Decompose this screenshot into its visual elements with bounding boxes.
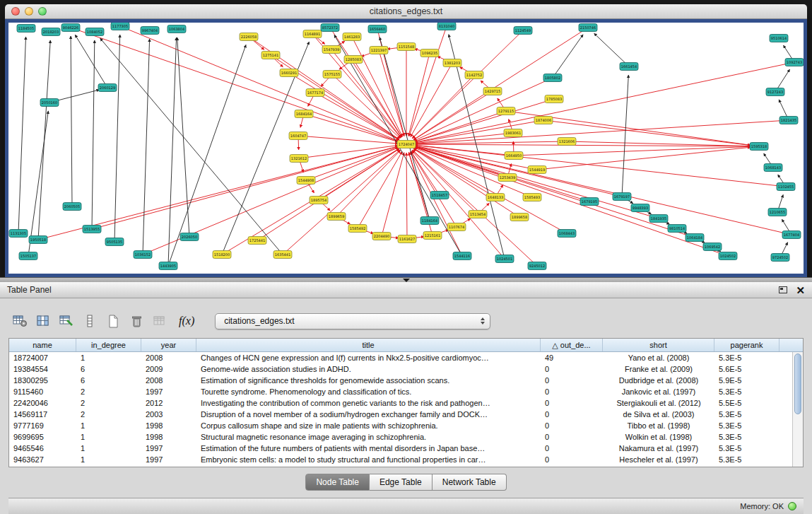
network-node[interactable]: 1595318 bbox=[750, 143, 768, 151]
network-node[interactable]: 1063804 bbox=[167, 25, 186, 33]
network-node[interactable]: 1107674 bbox=[447, 223, 466, 231]
network-node[interactable]: 1092743 bbox=[785, 59, 804, 66]
network-node[interactable]: 1124549 bbox=[514, 27, 532, 35]
network-edge[interactable] bbox=[415, 145, 786, 187]
network-node[interactable]: 1513955 bbox=[83, 226, 101, 233]
network-node[interactable]: 2026050 bbox=[180, 233, 199, 241]
select-columns-icon[interactable] bbox=[33, 312, 53, 330]
network-node[interactable]: 2204490 bbox=[372, 233, 391, 240]
network-node[interactable]: 1164891 bbox=[303, 30, 322, 38]
network-node[interactable]: 1184505 bbox=[17, 25, 35, 33]
network-node[interactable]: 1895754 bbox=[310, 197, 328, 204]
network-node[interactable]: 1679197 bbox=[613, 193, 631, 201]
network-node[interactable]: 1068443 bbox=[558, 230, 576, 238]
column-icon[interactable] bbox=[80, 312, 100, 330]
function-builder-button[interactable]: f(x) bbox=[173, 315, 200, 327]
network-edge[interactable] bbox=[411, 63, 452, 137]
network-node[interactable]: 9046226 bbox=[61, 24, 80, 32]
network-edge[interactable] bbox=[414, 99, 554, 141]
network-node[interactable]: 1585492 bbox=[348, 225, 367, 233]
network-node[interactable]: 9967404 bbox=[141, 27, 159, 35]
table-row[interactable]: 1456911722003Disruption of a novel membe… bbox=[9, 409, 792, 420]
network-node[interactable]: 2018203 bbox=[42, 28, 60, 36]
network-edge[interactable] bbox=[75, 35, 107, 88]
table-row[interactable]: 1872400712008Changes of HCN gene express… bbox=[9, 352, 792, 363]
network-node[interactable]: 1381203 bbox=[443, 59, 461, 67]
network-edge[interactable] bbox=[71, 36, 72, 206]
panel-splitter[interactable] bbox=[0, 277, 812, 282]
network-node[interactable]: 1069542 bbox=[703, 243, 722, 251]
network-edge[interactable] bbox=[143, 39, 150, 255]
table-row[interactable]: 946554611997Estimation of the future num… bbox=[9, 443, 792, 454]
network-node[interactable]: 1429715 bbox=[483, 88, 502, 95]
network-node[interactable]: 1660291 bbox=[280, 69, 298, 77]
column-header-pagerank[interactable]: pagerank bbox=[714, 339, 779, 351]
network-edge[interactable] bbox=[114, 35, 120, 242]
network-edge[interactable] bbox=[257, 149, 399, 240]
network-node[interactable]: 8131040 bbox=[437, 23, 456, 30]
network-node[interactable]: 1131305 bbox=[9, 230, 28, 238]
table-row[interactable]: 1830029562008Estimation of significance … bbox=[9, 375, 792, 386]
network-node[interactable]: 1518457 bbox=[430, 192, 449, 199]
network-edge[interactable] bbox=[379, 50, 404, 136]
network-edge[interactable] bbox=[331, 49, 401, 138]
network-edge[interactable] bbox=[168, 37, 177, 266]
network-node[interactable]: 1184164 bbox=[420, 217, 439, 225]
network-edge[interactable] bbox=[299, 146, 398, 158]
network-node[interactable]: 2060505 bbox=[63, 203, 81, 211]
table-settings-icon[interactable] bbox=[10, 312, 30, 330]
network-node[interactable]: 1841935 bbox=[649, 215, 668, 223]
column-header-year[interactable]: year bbox=[141, 339, 196, 351]
network-node[interactable]: 1102455 bbox=[777, 183, 795, 191]
network-node[interactable]: 9505135 bbox=[105, 238, 124, 246]
network-node[interactable]: 1899658 bbox=[510, 214, 529, 221]
network-edge[interactable] bbox=[410, 152, 462, 256]
network-edge[interactable] bbox=[271, 55, 399, 139]
network-node[interactable]: 1084052 bbox=[86, 28, 104, 36]
network-node[interactable]: 9948393 bbox=[631, 204, 649, 212]
network-node[interactable]: 8572372 bbox=[321, 24, 339, 32]
close-window-button[interactable] bbox=[11, 7, 20, 16]
network-node[interactable]: 1677174 bbox=[306, 89, 324, 97]
network-node[interactable]: 1210655 bbox=[768, 209, 787, 216]
network-node[interactable]: 1215161 bbox=[423, 232, 442, 240]
network-node[interactable]: 1899659 bbox=[327, 213, 346, 221]
network-edge[interactable] bbox=[358, 151, 402, 228]
table-selector-dropdown[interactable]: citations_edges.txt bbox=[215, 313, 490, 329]
network-node[interactable]: 1221397 bbox=[370, 47, 388, 54]
column-header-in_degree[interactable]: in_degree bbox=[76, 339, 141, 351]
minimize-window-button[interactable] bbox=[25, 7, 33, 16]
network-node[interactable]: 1275141 bbox=[261, 52, 280, 59]
network-node[interactable]: 2150746 bbox=[579, 24, 597, 32]
network-node[interactable]: 1635441 bbox=[273, 251, 292, 259]
network-node[interactable]: 1321612 bbox=[290, 155, 308, 163]
network-edge[interactable] bbox=[415, 141, 567, 144]
network-node[interactable]: 1279115 bbox=[497, 107, 515, 115]
tab-network-table[interactable]: Network Table bbox=[433, 474, 507, 491]
table-row[interactable]: 911546021997Tourette syndrome. Phenomeno… bbox=[9, 386, 792, 397]
network-edge[interactable] bbox=[100, 38, 283, 255]
network-edge[interactable] bbox=[413, 28, 588, 140]
network-node[interactable]: 1177305 bbox=[111, 23, 129, 30]
network-node[interactable]: 1724047 bbox=[397, 141, 416, 148]
network-edge[interactable] bbox=[415, 146, 792, 235]
network-edge[interactable] bbox=[92, 146, 398, 229]
table-row[interactable]: 977716911998Corpus callosum shape and si… bbox=[9, 420, 792, 431]
column-header-out_de[interactable]: △ out_de... bbox=[541, 339, 603, 351]
tab-edge-table[interactable]: Edge Table bbox=[370, 474, 433, 491]
network-node[interactable]: 1142752 bbox=[465, 71, 483, 79]
network-edge[interactable] bbox=[622, 75, 628, 197]
network-node[interactable]: 1684164 bbox=[295, 110, 313, 118]
zoom-window-button[interactable] bbox=[38, 7, 47, 16]
network-node[interactable]: 1725441 bbox=[248, 237, 266, 245]
network-edge[interactable] bbox=[18, 37, 26, 233]
network-node[interactable]: 1513454 bbox=[469, 211, 487, 218]
network-node[interactable]: 9510614 bbox=[770, 35, 788, 42]
network-node[interactable]: 1321606 bbox=[558, 138, 576, 146]
network-edge[interactable] bbox=[92, 40, 95, 229]
table-edit-icon[interactable] bbox=[57, 312, 76, 330]
network-node[interactable]: 1096235 bbox=[420, 49, 439, 57]
network-edge[interactable] bbox=[415, 146, 659, 218]
network-edge[interactable] bbox=[413, 150, 537, 266]
network-node[interactable]: 1253439 bbox=[498, 174, 517, 182]
